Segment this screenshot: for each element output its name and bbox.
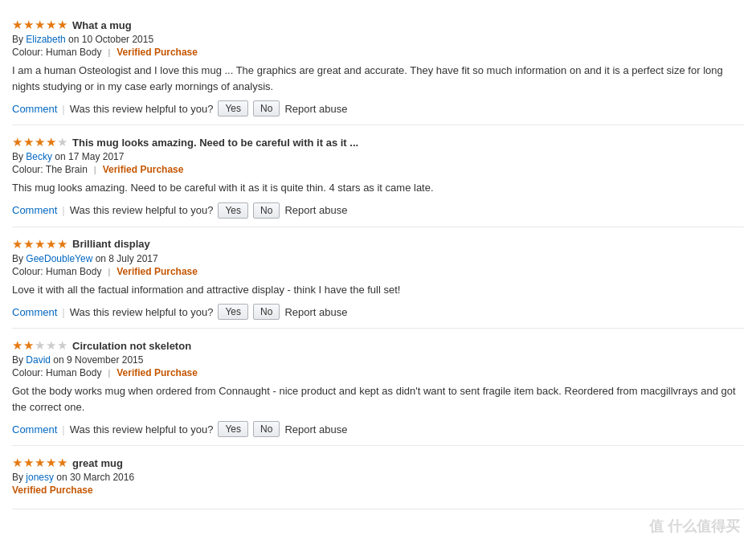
filled-star-icon: ★ (35, 18, 45, 32)
yes-button[interactable]: Yes (218, 421, 248, 437)
colour-label: Colour: Human Body (12, 367, 101, 378)
separator: | (108, 47, 110, 57)
colour-label: Colour: Human Body (12, 47, 101, 58)
review-title: Circulation not skeleton (72, 340, 191, 352)
comment-link[interactable]: Comment (12, 103, 57, 115)
yes-button[interactable]: Yes (218, 202, 248, 219)
colour-label: Colour: The Brain (12, 164, 88, 175)
verified-purchase-badge: Verified Purchase (103, 164, 184, 175)
report-abuse-link[interactable]: Report abuse (284, 103, 347, 115)
review-meta: By jonesy on 30 March 2016 (12, 472, 744, 483)
filled-star-icon: ★ (23, 237, 34, 251)
helpful-question-text: Was this review helpful to you? (70, 306, 214, 318)
verified-purchase-badge: Verified Purchase (116, 367, 198, 378)
review-meta: By Elizabeth on 10 October 2015 (12, 34, 744, 45)
review-title: This mug looks amazing. Need to be caref… (72, 137, 358, 149)
reviewer-link[interactable]: GeeDoubleYew (26, 253, 92, 264)
review-item-4: ★★★★★Circulation not skeletonBy David on… (12, 329, 744, 446)
no-button[interactable]: No (253, 421, 280, 437)
filled-star-icon: ★ (46, 18, 56, 32)
filled-star-icon: ★ (35, 237, 45, 251)
review-item-5: ★★★★★great mugBy jonesy on 30 March 2016… (12, 446, 744, 509)
review-title-row: ★★★★★What a mug (12, 18, 744, 32)
review-title-row: ★★★★★This mug looks amazing. Need to be … (12, 135, 744, 149)
yes-button[interactable]: Yes (218, 100, 248, 117)
filled-star-icon: ★ (35, 456, 45, 470)
star-rating: ★★★★★ (12, 237, 67, 251)
helpful-row: Comment|Was this review helpful to you?Y… (12, 202, 744, 219)
review-item-2: ★★★★★This mug looks amazing. Need to be … (12, 125, 744, 227)
separator-icon: | (62, 306, 64, 318)
helpful-question-text: Was this review helpful to you? (70, 103, 214, 115)
colour-row: Colour: The Brain|Verified Purchase (12, 164, 744, 175)
star-rating: ★★★★★ (12, 18, 67, 32)
filled-star-icon: ★ (23, 18, 34, 32)
star-rating: ★★★★★ (12, 456, 67, 470)
review-title-row: ★★★★★Brilliant display (12, 237, 744, 251)
colour-label: Colour: Human Body (12, 266, 101, 277)
reviewer-link[interactable]: David (26, 354, 51, 366)
star-rating: ★★★★★ (12, 338, 67, 353)
filled-star-icon: ★ (12, 237, 22, 251)
filled-star-icon: ★ (23, 135, 34, 149)
review-title-row: ★★★★★great mug (12, 456, 744, 470)
filled-star-icon: ★ (35, 135, 45, 149)
colour-row: Colour: Human Body|Verified Purchase (12, 367, 744, 378)
filled-star-icon: ★ (46, 456, 56, 470)
comment-link[interactable]: Comment (12, 204, 57, 216)
empty-star-icon: ★ (57, 338, 67, 353)
report-abuse-link[interactable]: Report abuse (284, 204, 347, 216)
review-body-text: Love it with all the factual information… (12, 282, 744, 298)
verified-purchase-badge: Verified Purchase (12, 485, 93, 496)
review-item-3: ★★★★★Brilliant displayBy GeeDoubleYew on… (12, 227, 744, 329)
separator: | (108, 368, 110, 378)
watermark: 值 什么值得买 (649, 517, 740, 517)
report-abuse-link[interactable]: Report abuse (284, 306, 347, 318)
review-title-row: ★★★★★Circulation not skeleton (12, 338, 744, 353)
empty-star-icon: ★ (46, 338, 56, 353)
no-button[interactable]: No (253, 304, 280, 320)
report-abuse-link[interactable]: Report abuse (284, 423, 347, 435)
review-body-text: This mug looks amazing. Need to be caref… (12, 180, 744, 196)
filled-star-icon: ★ (57, 456, 67, 470)
reviewer-link[interactable]: Becky (26, 151, 52, 162)
filled-star-icon: ★ (12, 456, 22, 470)
reviewer-link[interactable]: Elizabeth (26, 34, 65, 45)
filled-star-icon: ★ (12, 135, 22, 149)
no-button[interactable]: No (253, 100, 280, 117)
colour-row: Verified Purchase (12, 485, 744, 496)
review-title: Brilliant display (72, 238, 150, 250)
empty-star-icon: ★ (35, 338, 45, 353)
review-meta: By GeeDoubleYew on 8 July 2017 (12, 253, 744, 264)
empty-star-icon: ★ (57, 135, 67, 149)
verified-purchase-badge: Verified Purchase (116, 47, 198, 58)
comment-link[interactable]: Comment (12, 306, 57, 318)
separator: | (108, 267, 110, 276)
filled-star-icon: ★ (57, 237, 67, 251)
filled-star-icon: ★ (57, 18, 67, 32)
separator-icon: | (62, 204, 64, 216)
filled-star-icon: ★ (23, 456, 34, 470)
no-button[interactable]: No (253, 202, 280, 219)
verified-purchase-badge: Verified Purchase (116, 266, 198, 277)
review-body-text: I am a human Osteologist and I love this… (12, 63, 744, 94)
filled-star-icon: ★ (46, 237, 56, 251)
review-title: What a mug (72, 19, 132, 31)
yes-button[interactable]: Yes (218, 304, 248, 320)
review-title: great mug (72, 457, 123, 469)
filled-star-icon: ★ (12, 338, 22, 353)
comment-link[interactable]: Comment (12, 423, 57, 435)
helpful-row: Comment|Was this review helpful to you?Y… (12, 304, 744, 320)
colour-row: Colour: Human Body|Verified Purchase (12, 47, 744, 58)
separator-icon: | (62, 423, 64, 435)
filled-star-icon: ★ (23, 338, 34, 353)
helpful-row: Comment|Was this review helpful to you?Y… (12, 421, 744, 437)
review-body-text: Got the body works mug when ordered from… (12, 383, 744, 415)
separator: | (94, 165, 96, 174)
reviewer-link[interactable]: jonesy (26, 472, 54, 483)
helpful-row: Comment|Was this review helpful to you?Y… (12, 100, 744, 117)
review-item-1: ★★★★★What a mugBy Elizabeth on 10 Octobe… (12, 8, 744, 125)
helpful-question-text: Was this review helpful to you? (70, 204, 214, 216)
colour-row: Colour: Human Body|Verified Purchase (12, 266, 744, 277)
separator-icon: | (62, 103, 64, 115)
